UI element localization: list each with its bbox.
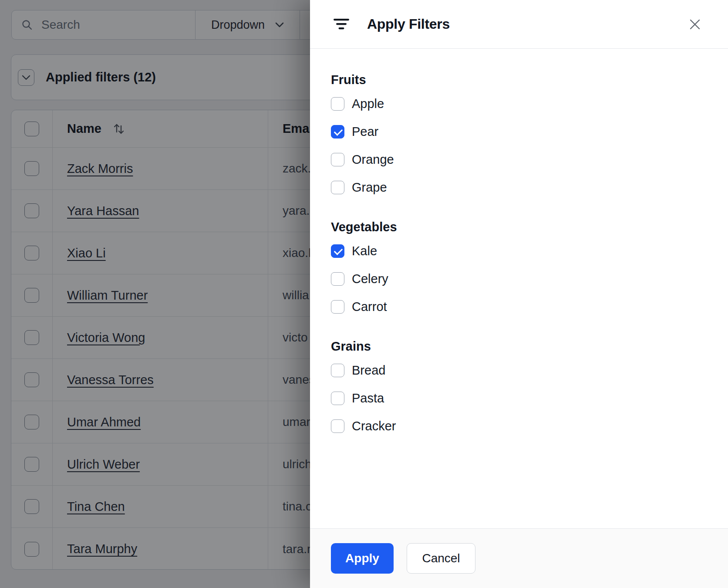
filter-option-label: Pear [352,125,378,139]
filter-option-label: Celery [352,272,388,286]
filter-option-label: Apple [352,97,384,111]
filter-option[interactable]: Apple [331,97,707,111]
filter-icon [334,19,349,30]
panel-header: Apply Filters [310,0,728,49]
filter-section-title: Grains [331,338,707,354]
checkbox[interactable] [331,392,344,405]
filter-option[interactable]: Pear [331,125,707,139]
checkbox[interactable] [331,272,344,286]
screen: Dropdown Applied filters (12) [0,0,728,588]
filter-option-label: Cracker [352,419,396,433]
filter-option[interactable]: Bread [331,364,707,377]
cancel-button[interactable]: Cancel [407,543,475,574]
filter-option[interactable]: Celery [331,272,707,286]
filter-option[interactable]: Pasta [331,392,707,405]
filter-option[interactable]: Orange [331,153,707,166]
filter-option-label: Bread [352,363,385,378]
panel-title: Apply Filters [367,16,450,32]
filter-section: Grains Bread Pasta Cracker [331,338,707,433]
filter-option-label: Kale [352,244,377,258]
checkbox[interactable] [331,181,344,194]
apply-button[interactable]: Apply [331,543,394,574]
filter-option-list: Apple Pear Orange Grape [331,97,707,194]
checkbox[interactable] [331,300,344,314]
panel-footer: Apply Cancel [310,528,728,588]
filter-option[interactable]: Carrot [331,300,707,314]
checkbox[interactable] [331,364,344,377]
filter-section: Vegetables Kale Celery Carrot [331,219,707,314]
filter-option-label: Grape [352,180,387,195]
filter-option-label: Orange [352,152,394,167]
filter-option-label: Pasta [352,391,384,406]
filter-option-list: Kale Celery Carrot [331,244,707,314]
filter-option[interactable]: Kale [331,244,707,258]
filter-option-list: Bread Pasta Cracker [331,364,707,433]
close-button[interactable] [686,16,704,33]
filter-section-title: Vegetables [331,219,707,235]
filter-option-label: Carrot [352,300,387,314]
apply-filters-panel: Apply Filters Fruits Apple Pear Orange [310,0,728,588]
checkbox[interactable] [331,419,344,433]
close-icon [689,19,701,30]
panel-body: Fruits Apple Pear Orange Grape Vegetable… [310,49,728,528]
checkbox[interactable] [331,97,344,111]
checkbox[interactable] [331,244,344,258]
filter-section: Fruits Apple Pear Orange Grape [331,72,707,194]
filter-option[interactable]: Grape [331,181,707,194]
checkbox[interactable] [331,125,344,139]
checkbox[interactable] [331,153,344,166]
filter-option[interactable]: Cracker [331,419,707,433]
filter-section-title: Fruits [331,72,707,88]
